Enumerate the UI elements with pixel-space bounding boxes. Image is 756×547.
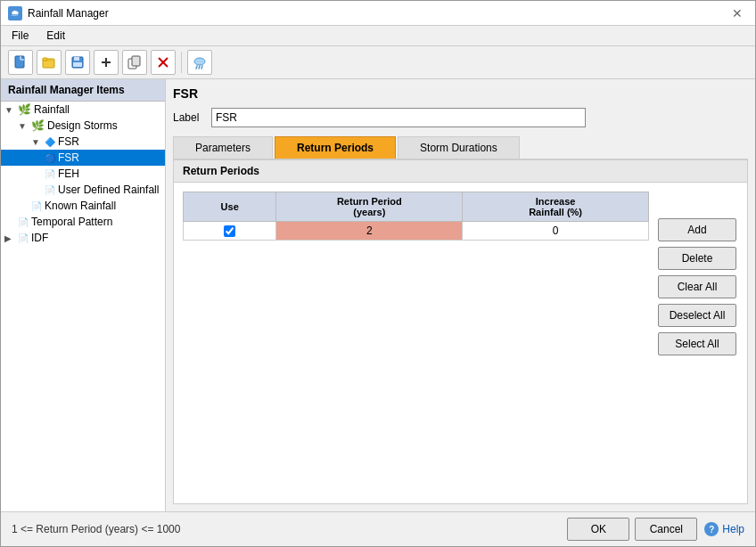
- bottom-right: OK Cancel ? Help: [567, 518, 744, 541]
- section-header: Return Periods: [174, 160, 747, 183]
- label-row: Label: [173, 108, 748, 127]
- tree-label-idf: IDF: [31, 232, 48, 244]
- table-area: Use Return Period(years) IncreaseRainfal…: [183, 192, 649, 494]
- tree-item-rainfall[interactable]: ▼ 🌿 Rainfall: [1, 102, 165, 118]
- fsr-parent-icon: 🔷: [45, 137, 55, 147]
- tree-item-known-rainfall[interactable]: 📄 Known Rainfall: [1, 198, 165, 214]
- known-rainfall-icon: 📄: [31, 201, 42, 211]
- toolbar-copy-btn[interactable]: [122, 50, 147, 75]
- svg-rect-4: [74, 57, 79, 61]
- label-input[interactable]: [211, 108, 586, 127]
- tab-storm-durations-label: Storm Durations: [420, 142, 497, 154]
- svg-line-15: [201, 66, 202, 69]
- use-checkbox[interactable]: [224, 225, 235, 237]
- status-text: 1 <= Return Period (years) <= 1000: [12, 523, 180, 535]
- fsr-selected-icon: 🔵: [45, 153, 55, 163]
- tree-item-temporal-pattern[interactable]: 📄 Temporal Pattern: [1, 214, 165, 230]
- user-defined-icon: 📄: [45, 185, 55, 195]
- toolbar-add-btn[interactable]: [94, 50, 119, 75]
- sidebar: Rainfall Manager Items ▼ 🌿 Rainfall ▼ 🌿 …: [1, 79, 166, 511]
- button-area: Add Delete Clear All Deselect All Select…: [658, 192, 738, 494]
- tree-item-user-defined[interactable]: 📄 User Defined Rainfall: [1, 182, 165, 198]
- svg-line-14: [199, 66, 200, 69]
- svg-rect-5: [73, 62, 82, 67]
- toolbar-rainfall-btn[interactable]: [187, 50, 212, 75]
- toolbar-new-btn[interactable]: [8, 50, 33, 75]
- select-all-button[interactable]: Select All: [658, 332, 736, 355]
- cell-use: [184, 222, 276, 241]
- toolbar: [1, 46, 755, 79]
- col-header-return-period: Return Period(years): [276, 192, 463, 222]
- toolbar-delete-btn[interactable]: [151, 50, 176, 75]
- toolbar-open-btn[interactable]: [37, 50, 62, 75]
- feh-icon: 📄: [45, 169, 55, 179]
- tree-label-fsr-parent: FSR: [58, 135, 79, 148]
- cell-increase[interactable]: 0: [463, 222, 649, 241]
- svg-rect-9: [132, 56, 140, 66]
- svg-point-12: [194, 58, 205, 65]
- tree-label-feh: FEH: [58, 167, 79, 180]
- expand-idf: ▶: [4, 233, 15, 243]
- tree-label-design-storms: Design Storms: [47, 119, 118, 132]
- title-bar: 🌧 Rainfall Manager ✕: [1, 1, 755, 26]
- tree-item-fsr-selected[interactable]: 🔵 FSR: [1, 150, 165, 166]
- content-area: Use Return Period(years) IncreaseRainfal…: [174, 183, 747, 503]
- rainfall-icon: 🌿: [18, 103, 31, 116]
- tree-label-temporal-pattern: Temporal Pattern: [31, 216, 112, 228]
- app-icon: 🌧: [8, 6, 22, 20]
- title-bar-left: 🌧 Rainfall Manager: [8, 6, 109, 20]
- tab-parameters[interactable]: Parameters: [173, 136, 273, 159]
- menu-edit[interactable]: Edit: [39, 28, 72, 44]
- tree-label-rainfall: Rainfall: [34, 103, 70, 116]
- expand-design-storms: ▼: [18, 121, 29, 131]
- tab-content: Return Periods Use Return Period(years) …: [173, 160, 748, 504]
- sidebar-header: Rainfall Manager Items: [1, 79, 165, 102]
- help-label: Help: [722, 523, 744, 535]
- clear-all-button[interactable]: Clear All: [658, 275, 736, 298]
- panel-title: FSR: [173, 86, 748, 101]
- menu-bar: File Edit: [1, 26, 755, 46]
- cancel-button[interactable]: Cancel: [635, 518, 697, 541]
- tree-item-design-storms[interactable]: ▼ 🌿 Design Storms: [1, 118, 165, 134]
- tree-item-feh[interactable]: 📄 FEH: [1, 166, 165, 182]
- col-header-use: Use: [184, 192, 276, 222]
- idf-icon: 📄: [18, 233, 29, 243]
- help-icon: ?: [704, 522, 719, 536]
- tree-item-fsr-parent[interactable]: ▼ 🔷 FSR: [1, 134, 165, 150]
- ok-button[interactable]: OK: [567, 518, 629, 541]
- menu-file[interactable]: File: [4, 28, 36, 44]
- tabs-row: Parameters Return Periods Storm Duration…: [173, 136, 748, 160]
- svg-rect-2: [43, 58, 47, 61]
- help-button[interactable]: ? Help: [704, 522, 744, 536]
- label-field-label: Label: [173, 111, 204, 124]
- svg-line-13: [196, 66, 197, 69]
- col-header-increase: IncreaseRainfall (%): [463, 192, 649, 222]
- tree-label-user-defined: User Defined Rainfall: [58, 184, 159, 196]
- expand-rainfall: ▼: [4, 105, 15, 115]
- tab-parameters-label: Parameters: [195, 142, 251, 154]
- cell-return-period[interactable]: 2: [276, 222, 463, 241]
- design-storms-icon: 🌿: [31, 119, 45, 132]
- tab-return-periods-label: Return Periods: [297, 142, 374, 154]
- right-panel: FSR Label Parameters Return Periods Stor…: [166, 79, 755, 511]
- main-window: 🌧 Rainfall Manager ✕ File Edit: [0, 0, 756, 547]
- main-content: Rainfall Manager Items ▼ 🌿 Rainfall ▼ 🌿 …: [1, 79, 755, 511]
- tab-return-periods[interactable]: Return Periods: [275, 136, 396, 159]
- tree-item-idf[interactable]: ▶ 📄 IDF: [1, 230, 165, 246]
- bottom-bar: 1 <= Return Period (years) <= 1000 OK Ca…: [1, 511, 755, 546]
- deselect-all-button[interactable]: Deselect All: [658, 304, 736, 327]
- svg-rect-0: [15, 56, 24, 68]
- return-periods-table: Use Return Period(years) IncreaseRainfal…: [183, 192, 649, 241]
- tab-storm-durations[interactable]: Storm Durations: [398, 136, 520, 159]
- close-button[interactable]: ✕: [727, 4, 748, 22]
- toolbar-separator: [181, 52, 182, 73]
- tree-label-known-rainfall: Known Rainfall: [45, 200, 116, 212]
- expand-fsr: ▼: [31, 137, 42, 147]
- window-title: Rainfall Manager: [28, 7, 109, 20]
- table-row: 2 0: [184, 222, 649, 241]
- tree-label-fsr-selected: FSR: [58, 151, 79, 164]
- add-button[interactable]: Add: [658, 218, 736, 241]
- ok-cancel-group: OK Cancel: [567, 518, 697, 541]
- toolbar-save-btn[interactable]: [65, 50, 90, 75]
- delete-button[interactable]: Delete: [658, 247, 736, 270]
